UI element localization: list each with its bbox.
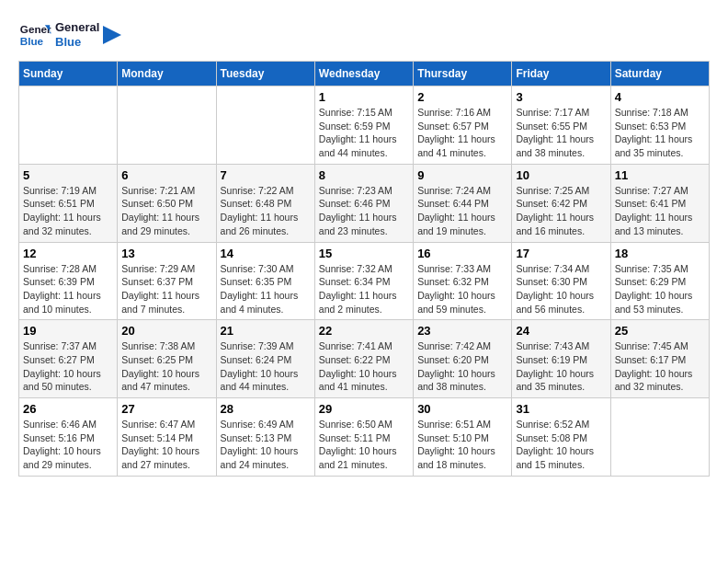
day-info: Sunrise: 6:51 AMSunset: 5:10 PMDaylight:… — [417, 418, 507, 472]
day-number: 27 — [121, 402, 211, 416]
day-info: Sunrise: 7:25 AMSunset: 6:42 PMDaylight:… — [516, 184, 606, 238]
week-row-5: 26Sunrise: 6:46 AMSunset: 5:16 PMDayligh… — [19, 398, 710, 477]
day-cell: 6Sunrise: 7:21 AMSunset: 6:50 PMDaylight… — [118, 164, 216, 242]
day-number: 24 — [516, 324, 606, 338]
weekday-header-tuesday: Tuesday — [216, 62, 314, 86]
day-info: Sunrise: 7:24 AMSunset: 6:44 PMDaylight:… — [417, 184, 507, 238]
day-cell: 7Sunrise: 7:22 AMSunset: 6:48 PMDaylight… — [216, 164, 314, 242]
day-info: Sunrise: 7:19 AMSunset: 6:51 PMDaylight:… — [23, 184, 113, 238]
day-number: 21 — [221, 324, 311, 338]
day-info: Sunrise: 6:47 AMSunset: 5:14 PMDaylight:… — [121, 418, 211, 472]
day-info: Sunrise: 7:23 AMSunset: 6:46 PMDaylight:… — [319, 184, 409, 238]
logo-general-text: General — [55, 20, 99, 35]
day-number: 14 — [221, 247, 311, 260]
day-info: Sunrise: 7:43 AMSunset: 6:19 PMDaylight:… — [516, 339, 606, 394]
day-info: Sunrise: 6:52 AMSunset: 5:08 PMDaylight:… — [516, 418, 606, 472]
day-cell: 5Sunrise: 7:19 AMSunset: 6:51 PMDaylight… — [19, 164, 118, 242]
day-cell: 20Sunrise: 7:38 AMSunset: 6:25 PMDayligh… — [118, 320, 216, 398]
day-cell: 17Sunrise: 7:34 AMSunset: 6:30 PMDayligh… — [512, 242, 610, 320]
day-number: 15 — [319, 247, 409, 260]
day-cell: 29Sunrise: 6:50 AMSunset: 5:11 PMDayligh… — [314, 398, 413, 477]
day-number: 26 — [23, 402, 113, 416]
day-info: Sunrise: 7:37 AMSunset: 6:27 PMDaylight:… — [23, 339, 113, 394]
weekday-header-friday: Friday — [512, 62, 610, 86]
week-row-4: 19Sunrise: 7:37 AMSunset: 6:27 PMDayligh… — [19, 320, 710, 398]
day-number: 3 — [516, 90, 606, 104]
day-number: 12 — [23, 247, 113, 260]
svg-marker-3 — [103, 26, 121, 44]
day-info: Sunrise: 6:49 AMSunset: 5:13 PMDaylight:… — [221, 418, 311, 472]
weekday-header-row: SundayMondayTuesdayWednesdayThursdayFrid… — [19, 62, 710, 86]
day-info: Sunrise: 7:35 AMSunset: 6:29 PMDaylight:… — [615, 262, 705, 316]
day-cell: 15Sunrise: 7:32 AMSunset: 6:34 PMDayligh… — [314, 242, 413, 320]
day-cell: 13Sunrise: 7:29 AMSunset: 6:37 PMDayligh… — [118, 242, 216, 320]
week-row-3: 12Sunrise: 7:28 AMSunset: 6:39 PMDayligh… — [19, 242, 710, 320]
day-cell — [118, 86, 216, 165]
day-info: Sunrise: 7:22 AMSunset: 6:48 PMDaylight:… — [221, 184, 311, 238]
day-info: Sunrise: 7:15 AMSunset: 6:59 PMDaylight:… — [319, 106, 409, 160]
day-cell: 23Sunrise: 7:42 AMSunset: 6:20 PMDayligh… — [414, 320, 512, 398]
day-cell: 3Sunrise: 7:17 AMSunset: 6:55 PMDaylight… — [512, 86, 610, 165]
day-info: Sunrise: 7:30 AMSunset: 6:35 PMDaylight:… — [221, 262, 311, 316]
page-header: General Blue General Blue — [18, 18, 710, 52]
day-cell — [19, 86, 118, 165]
day-number: 4 — [615, 90, 705, 104]
day-cell — [610, 398, 709, 477]
day-cell: 26Sunrise: 6:46 AMSunset: 5:16 PMDayligh… — [19, 398, 118, 477]
weekday-header-saturday: Saturday — [610, 62, 709, 86]
day-number: 7 — [221, 168, 311, 182]
day-info: Sunrise: 7:38 AMSunset: 6:25 PMDaylight:… — [121, 339, 211, 394]
day-cell: 4Sunrise: 7:18 AMSunset: 6:53 PMDaylight… — [610, 86, 709, 165]
day-info: Sunrise: 6:46 AMSunset: 5:16 PMDaylight:… — [23, 418, 113, 472]
day-cell: 18Sunrise: 7:35 AMSunset: 6:29 PMDayligh… — [610, 242, 709, 320]
day-info: Sunrise: 7:16 AMSunset: 6:57 PMDaylight:… — [417, 106, 507, 160]
day-number: 22 — [319, 324, 409, 338]
day-number: 17 — [516, 247, 606, 260]
day-info: Sunrise: 6:50 AMSunset: 5:11 PMDaylight:… — [319, 418, 409, 472]
day-cell: 25Sunrise: 7:45 AMSunset: 6:17 PMDayligh… — [610, 320, 709, 398]
week-row-1: 1Sunrise: 7:15 AMSunset: 6:59 PMDaylight… — [19, 86, 710, 165]
day-info: Sunrise: 7:29 AMSunset: 6:37 PMDaylight:… — [121, 262, 211, 316]
day-number: 29 — [319, 402, 409, 416]
day-cell: 10Sunrise: 7:25 AMSunset: 6:42 PMDayligh… — [512, 164, 610, 242]
day-number: 20 — [121, 324, 211, 338]
weekday-header-wednesday: Wednesday — [314, 62, 413, 86]
day-cell: 12Sunrise: 7:28 AMSunset: 6:39 PMDayligh… — [19, 242, 118, 320]
day-info: Sunrise: 7:33 AMSunset: 6:32 PMDaylight:… — [417, 262, 507, 316]
day-cell: 19Sunrise: 7:37 AMSunset: 6:27 PMDayligh… — [19, 320, 118, 398]
day-info: Sunrise: 7:42 AMSunset: 6:20 PMDaylight:… — [417, 339, 507, 394]
day-cell: 9Sunrise: 7:24 AMSunset: 6:44 PMDaylight… — [414, 164, 512, 242]
day-cell: 2Sunrise: 7:16 AMSunset: 6:57 PMDaylight… — [414, 86, 512, 165]
day-info: Sunrise: 7:18 AMSunset: 6:53 PMDaylight:… — [615, 106, 705, 160]
day-cell: 14Sunrise: 7:30 AMSunset: 6:35 PMDayligh… — [216, 242, 314, 320]
day-number: 16 — [417, 247, 507, 260]
day-cell: 21Sunrise: 7:39 AMSunset: 6:24 PMDayligh… — [216, 320, 314, 398]
day-number: 25 — [615, 324, 705, 338]
week-row-2: 5Sunrise: 7:19 AMSunset: 6:51 PMDaylight… — [19, 164, 710, 242]
day-cell: 11Sunrise: 7:27 AMSunset: 6:41 PMDayligh… — [610, 164, 709, 242]
day-info: Sunrise: 7:17 AMSunset: 6:55 PMDaylight:… — [516, 106, 606, 160]
logo-icon: General Blue — [18, 18, 51, 52]
day-cell: 16Sunrise: 7:33 AMSunset: 6:32 PMDayligh… — [414, 242, 512, 320]
day-cell: 27Sunrise: 6:47 AMSunset: 5:14 PMDayligh… — [118, 398, 216, 477]
svg-text:Blue: Blue — [20, 35, 44, 47]
day-number: 13 — [121, 247, 211, 260]
day-cell: 22Sunrise: 7:41 AMSunset: 6:22 PMDayligh… — [314, 320, 413, 398]
day-number: 23 — [417, 324, 507, 338]
day-number: 10 — [516, 168, 606, 182]
day-number: 2 — [417, 90, 507, 104]
day-info: Sunrise: 7:28 AMSunset: 6:39 PMDaylight:… — [23, 262, 113, 316]
day-info: Sunrise: 7:41 AMSunset: 6:22 PMDaylight:… — [319, 339, 409, 394]
day-info: Sunrise: 7:45 AMSunset: 6:17 PMDaylight:… — [615, 339, 705, 394]
svg-text:General: General — [20, 23, 51, 35]
day-cell: 30Sunrise: 6:51 AMSunset: 5:10 PMDayligh… — [414, 398, 512, 477]
day-number: 19 — [23, 324, 113, 338]
day-info: Sunrise: 7:21 AMSunset: 6:50 PMDaylight:… — [121, 184, 211, 238]
weekday-header-thursday: Thursday — [414, 62, 512, 86]
day-info: Sunrise: 7:39 AMSunset: 6:24 PMDaylight:… — [221, 339, 311, 394]
calendar-table: SundayMondayTuesdayWednesdayThursdayFrid… — [18, 61, 710, 477]
day-cell: 28Sunrise: 6:49 AMSunset: 5:13 PMDayligh… — [216, 398, 314, 477]
day-cell: 8Sunrise: 7:23 AMSunset: 6:46 PMDaylight… — [314, 164, 413, 242]
day-info: Sunrise: 7:32 AMSunset: 6:34 PMDaylight:… — [319, 262, 409, 316]
logo-blue-text: Blue — [55, 35, 99, 50]
